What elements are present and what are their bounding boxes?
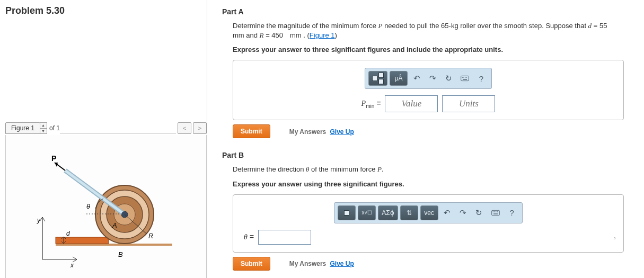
answer-a-label: Pmin = — [361, 99, 381, 109]
svg-text:θ: θ — [86, 202, 90, 210]
undo-icon[interactable]: ↶ — [410, 71, 424, 86]
figure-next-button[interactable]: > — [193, 122, 207, 134]
figure-tab[interactable]: Figure 1 — [5, 122, 40, 134]
template-button[interactable] — [338, 205, 356, 220]
help-icon[interactable]: ? — [474, 71, 488, 86]
svg-text:d: d — [66, 230, 70, 237]
units-input[interactable] — [442, 95, 495, 112]
root-exp-button[interactable]: x√☐ — [358, 205, 376, 220]
theta-input[interactable] — [258, 230, 311, 245]
redo-icon[interactable]: ↷ — [456, 205, 470, 220]
svg-rect-31 — [491, 210, 499, 215]
svg-rect-28 — [465, 77, 465, 78]
svg-rect-34 — [496, 211, 496, 212]
svg-rect-4 — [56, 244, 172, 246]
var-r: R — [260, 31, 264, 39]
svg-rect-27 — [463, 77, 464, 78]
part-b-description: Determine the direction θ of the minimum… — [233, 165, 624, 174]
reset-icon[interactable]: ↻ — [472, 205, 486, 220]
submit-button[interactable]: Submit — [233, 257, 270, 271]
submit-button[interactable]: Submit — [233, 124, 270, 138]
part-b-toolbar: x√☐ ΑΣϕ ⇅ vec ↶ ↷ ↻ ? — [334, 202, 522, 223]
text: Determine the direction — [233, 165, 306, 173]
vector-button[interactable]: vec — [420, 205, 438, 220]
svg-rect-29 — [466, 77, 467, 78]
figure-spinner[interactable]: ▲ ▼ — [40, 122, 47, 134]
figure-link[interactable]: Figure 1 — [310, 31, 335, 39]
svg-rect-35 — [497, 211, 497, 212]
keyboard-icon[interactable] — [457, 71, 472, 86]
var-p: P — [377, 165, 382, 173]
part-a-answer-box: μÅ ↶ ↷ ↻ ? Pmin = — [233, 60, 624, 120]
svg-text:A: A — [112, 221, 117, 229]
part-a-instruction: Express your answer to three significant… — [233, 46, 624, 53]
part-b-answer-box: x√☐ ΑΣϕ ⇅ vec ↶ ↷ ↻ ? θ = ° — [233, 194, 624, 253]
svg-text:y: y — [37, 217, 41, 224]
part-a-toolbar: μÅ ↶ ↷ ↻ ? — [365, 68, 492, 89]
units-button[interactable]: μÅ — [390, 71, 408, 86]
text: needed to pull the 65-kg roller over the… — [383, 22, 588, 30]
svg-text:B: B — [118, 250, 123, 258]
var-p: P — [378, 22, 383, 30]
figure-header: Figure 1 ▲ ▼ of 1 < > — [5, 122, 207, 134]
text: of the minimum force — [309, 165, 377, 173]
my-answers-link[interactable]: My Answers — [289, 128, 327, 136]
svg-rect-30 — [463, 79, 467, 80]
text: = 450 mm . ( — [264, 31, 310, 39]
problem-title: Problem 5.30 — [5, 5, 207, 16]
value-input[interactable] — [385, 95, 438, 112]
figure-count: of 1 — [49, 124, 60, 132]
help-icon[interactable]: ? — [505, 205, 519, 220]
undo-icon[interactable]: ↶ — [440, 205, 454, 220]
svg-rect-33 — [494, 211, 495, 212]
part-a-description: Determine the magnitude of the minimum f… — [233, 21, 624, 40]
svg-rect-25 — [461, 76, 469, 81]
give-up-link[interactable]: Give Up — [330, 128, 354, 136]
text: Determine the magnitude of the minimum f… — [233, 22, 378, 30]
reset-icon[interactable]: ↻ — [442, 71, 455, 86]
svg-text:x: x — [70, 262, 74, 269]
my-answers-link[interactable]: My Answers — [289, 260, 327, 267]
answer-b-label: θ = — [244, 232, 254, 241]
subscript-button[interactable]: ⇅ — [400, 205, 418, 220]
svg-rect-32 — [492, 211, 493, 212]
degree-label: ° — [614, 236, 616, 243]
text: ) — [335, 31, 337, 39]
figure-image: y x P — [5, 135, 207, 278]
part-b-title: Part B — [222, 151, 634, 159]
redo-icon[interactable]: ↷ — [426, 71, 439, 86]
spinner-up-icon[interactable]: ▲ — [40, 123, 47, 129]
part-b-instruction: Express your answer using three signific… — [233, 180, 624, 188]
give-up-link[interactable]: Give Up — [330, 260, 354, 267]
part-a-title: Part A — [222, 7, 634, 16]
spinner-down-icon[interactable]: ▼ — [40, 129, 47, 134]
template-fraction-button[interactable] — [368, 71, 387, 86]
svg-text:P: P — [51, 154, 56, 163]
figure-prev-button[interactable]: < — [178, 122, 191, 134]
text: . — [382, 165, 384, 173]
keyboard-icon[interactable] — [488, 205, 503, 220]
svg-text:R: R — [148, 232, 153, 240]
svg-rect-36 — [493, 213, 498, 214]
greek-button[interactable]: ΑΣϕ — [378, 205, 398, 220]
roller-diagram: y x P — [24, 154, 188, 275]
svg-rect-26 — [462, 77, 463, 78]
